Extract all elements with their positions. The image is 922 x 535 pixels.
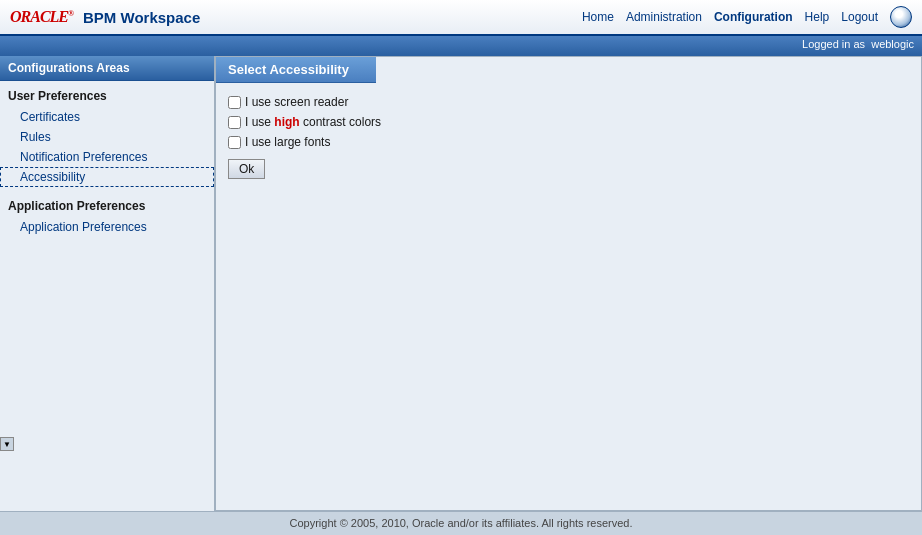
sidebar-item-accessibility[interactable]: Accessibility (0, 167, 214, 187)
high-contrast-suffix: contrast colors (300, 115, 381, 129)
footer-text: Copyright © 2005, 2010, Oracle and/or it… (290, 517, 633, 529)
large-fonts-text: I use large fonts (245, 135, 330, 149)
oracle-trademark: ® (68, 9, 73, 18)
sidebar-item-rules[interactable]: Rules (0, 127, 214, 147)
configuration-link[interactable]: Configuration (714, 10, 793, 24)
high-contrast-row: I use high contrast colors (228, 115, 909, 129)
high-contrast-highlight: high (274, 115, 299, 129)
high-contrast-prefix: I use (245, 115, 274, 129)
high-contrast-label: I use high contrast colors (245, 115, 381, 129)
logged-in-bar: Logged in as weblogic (0, 36, 922, 56)
oracle-logo: ORACLE® (10, 8, 73, 26)
header-icon (890, 6, 912, 28)
ok-button[interactable]: Ok (228, 159, 265, 179)
app-preferences-title: Application Preferences (0, 191, 214, 217)
sidebar-item-app-preferences[interactable]: Application Preferences (0, 217, 214, 237)
app-container: ORACLE® BPM Workspace Home Administratio… (0, 0, 922, 535)
sidebar-item-certificates[interactable]: Certificates (0, 107, 214, 127)
logged-in-text: Logged in as (802, 38, 865, 50)
high-contrast-checkbox[interactable] (228, 116, 241, 129)
home-link[interactable]: Home (582, 10, 614, 24)
large-fonts-label: I use large fonts (245, 135, 330, 149)
app-title: BPM Workspace (83, 9, 200, 26)
main-area: Configurations Areas User Preferences Ce… (0, 56, 922, 511)
sidebar-scroll-down[interactable]: ▼ (0, 437, 14, 451)
content-header: Select Accessibility (216, 57, 376, 83)
administration-link[interactable]: Administration (626, 10, 702, 24)
large-fonts-checkbox[interactable] (228, 136, 241, 149)
header-nav: Home Administration Configuration Help L… (582, 6, 912, 28)
logo-area: ORACLE® BPM Workspace (10, 8, 200, 26)
footer: Copyright © 2005, 2010, Oracle and/or it… (0, 511, 922, 535)
sidebar-header: Configurations Areas (0, 56, 214, 81)
screen-reader-label: I use screen reader (245, 95, 348, 109)
logout-link[interactable]: Logout (841, 10, 878, 24)
screen-reader-checkbox[interactable] (228, 96, 241, 109)
content-body: I use screen reader I use high contrast … (216, 83, 921, 191)
large-fonts-row: I use large fonts (228, 135, 909, 149)
content-area: Select Accessibility I use screen reader… (215, 56, 922, 511)
help-link[interactable]: Help (805, 10, 830, 24)
screen-reader-text: I use screen reader (245, 95, 348, 109)
header-bar: ORACLE® BPM Workspace Home Administratio… (0, 0, 922, 36)
user-preferences-title: User Preferences (0, 81, 214, 107)
sidebar-item-notification-preferences[interactable]: Notification Preferences (0, 147, 214, 167)
username-text: weblogic (871, 38, 914, 50)
screen-reader-row: I use screen reader (228, 95, 909, 109)
sidebar: Configurations Areas User Preferences Ce… (0, 56, 215, 511)
